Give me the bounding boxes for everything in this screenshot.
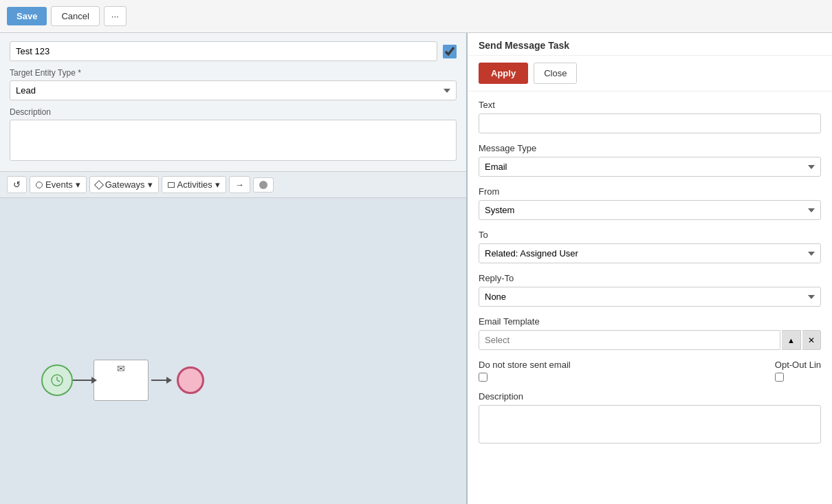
reply-to-select[interactable]: None Current User <box>479 287 821 307</box>
do-not-store-row <box>479 373 571 382</box>
start-event[interactable] <box>41 364 73 396</box>
panel-action-row: Apply Close <box>468 56 832 91</box>
text-label: Text <box>479 100 821 110</box>
events-label: Events <box>45 179 73 190</box>
gateways-diamond-icon <box>94 179 104 189</box>
opt-out-label: Opt-Out Lin <box>775 360 821 370</box>
envelope-icon: ✉ <box>117 363 125 374</box>
name-row <box>10 41 457 61</box>
activities-label: Activities <box>177 179 212 190</box>
end-event[interactable] <box>177 366 204 394</box>
active-checkbox[interactable] <box>443 45 457 58</box>
panel-body: Text Message Type Email SMS From System … <box>468 91 832 463</box>
email-template-up-button[interactable]: ▲ <box>782 330 801 350</box>
gateways-dropdown-icon: ▾ <box>148 179 153 190</box>
do-not-store-label: Do not store sent email <box>479 360 571 370</box>
message-type-label: Message Type <box>479 143 821 153</box>
end-circle-icon <box>259 181 267 189</box>
do-not-store-item: Do not store sent email <box>479 360 571 382</box>
panel-description-field-group: Description <box>479 391 821 446</box>
refresh-icon: ↺ <box>13 179 21 190</box>
from-label: From <box>479 186 821 197</box>
arrow-connector-1 <box>73 380 94 381</box>
target-entity-label: Target Entity Type * <box>10 68 457 78</box>
activities-rect-icon <box>168 182 175 188</box>
reply-to-field-group: Reply-To None Current User <box>479 273 821 307</box>
workflow-name-input[interactable] <box>10 41 437 61</box>
events-dropdown-icon: ▾ <box>76 179 80 190</box>
panel-description-label: Description <box>479 391 821 402</box>
arrow-connector-2 <box>151 380 168 381</box>
checkbox-row: Do not store sent email Opt-Out Lin <box>479 360 821 382</box>
cancel-button[interactable]: Cancel <box>51 6 99 26</box>
opt-out-row <box>775 373 821 382</box>
main-layout: Target Entity Type * Lead Contact Accoun… <box>0 33 832 504</box>
email-template-input[interactable] <box>479 330 780 350</box>
activities-button[interactable]: Activities ▾ <box>162 176 226 193</box>
message-type-select[interactable]: Email SMS <box>479 157 821 177</box>
target-entity-select[interactable]: Lead Contact Account Opportunity <box>10 80 457 100</box>
do-not-store-checkbox[interactable] <box>479 373 488 382</box>
form-area: Target Entity Type * Lead Contact Accoun… <box>0 33 466 172</box>
svg-line-2 <box>57 380 60 382</box>
description-label: Description <box>10 107 457 117</box>
events-circle-icon <box>36 182 43 188</box>
to-label: To <box>479 230 821 240</box>
left-panel: Target Entity Type * Lead Contact Accoun… <box>0 33 468 504</box>
to-field-group: To Related: Assigned User Current User <box>479 230 821 263</box>
send-message-task[interactable]: ✉ <box>94 360 149 401</box>
diagram-canvas[interactable]: ✉ <box>0 198 466 504</box>
close-button[interactable]: Close <box>534 63 577 84</box>
top-toolbar: Save Cancel ··· <box>0 0 832 33</box>
gateways-label: Gateways <box>105 179 145 190</box>
to-select[interactable]: Related: Assigned User Current User <box>479 243 821 263</box>
arrow-icon: → <box>235 179 244 190</box>
opt-out-checkbox[interactable] <box>775 373 784 382</box>
diagram-toolbar: ↺ Events ▾ Gateways ▾ Activities ▾ → <box>0 172 466 198</box>
email-template-clear-button[interactable]: ✕ <box>802 330 821 350</box>
flow-container: ✉ <box>41 360 204 401</box>
reply-to-label: Reply-To <box>479 273 821 283</box>
email-template-label: Email Template <box>479 316 821 327</box>
from-select[interactable]: System Current User <box>479 200 821 220</box>
clock-icon <box>50 373 64 387</box>
panel-title: Send Message Task <box>468 33 832 56</box>
email-template-row: ▲ ✕ <box>479 330 821 350</box>
message-type-field-group: Message Type Email SMS <box>479 143 821 177</box>
text-field-group: Text <box>479 100 821 133</box>
from-field-group: From System Current User <box>479 186 821 220</box>
gateways-button[interactable]: Gateways ▾ <box>89 176 159 193</box>
save-button[interactable]: Save <box>7 7 47 25</box>
end-event-button[interactable] <box>253 177 274 193</box>
arrow-button[interactable]: → <box>229 176 250 193</box>
opt-out-item: Opt-Out Lin <box>775 360 821 382</box>
events-button[interactable]: Events ▾ <box>30 176 87 193</box>
right-panel: Send Message Task Apply Close Text Messa… <box>468 33 832 504</box>
panel-description-textarea[interactable] <box>479 405 821 443</box>
text-input[interactable] <box>479 113 821 133</box>
email-template-field-group: Email Template ▲ ✕ <box>479 316 821 350</box>
activities-dropdown-icon: ▾ <box>215 179 220 190</box>
apply-button[interactable]: Apply <box>479 63 528 84</box>
refresh-button[interactable]: ↺ <box>7 176 27 193</box>
more-button[interactable]: ··· <box>104 6 127 26</box>
description-textarea[interactable] <box>10 120 457 161</box>
